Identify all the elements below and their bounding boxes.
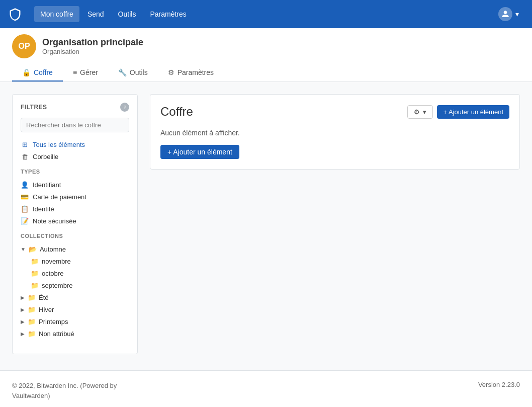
search-input[interactable] (21, 118, 129, 132)
org-avatar: OP (12, 34, 36, 58)
collection-novembre[interactable]: 📁 novembre (31, 255, 129, 267)
filter-trash[interactable]: 🗑 Corbeille (21, 150, 129, 162)
collection-septembre[interactable]: 📁 septembre (31, 279, 129, 291)
main-container: FILTRES ? ⊞ Tous les éléments 🗑 Corbeill… (0, 82, 532, 370)
gear-dropdown-button[interactable]: ⚙ ▾ (407, 105, 433, 119)
filter-all-items[interactable]: ⊞ Tous les éléments (21, 138, 129, 150)
filter-identifiant[interactable]: 👤 Identifiant (21, 179, 129, 191)
card-icon: 💳 (21, 193, 29, 201)
wrench-icon: 🔧 (118, 68, 127, 76)
gear-action-icon: ⚙ (414, 108, 420, 116)
user-avatar-icon (498, 7, 512, 21)
filter-all-section: ⊞ Tous les éléments 🗑 Corbeille (21, 138, 129, 162)
sidebar-header: FILTRES ? (21, 103, 129, 112)
nav-outils[interactable]: Outils (112, 6, 142, 22)
org-tabs: 🔒 Coffre ≡ Gérer 🔧 Outils ⚙ Paramètres (12, 64, 520, 82)
nav-links: Mon coffre Send Outils Paramètres (34, 6, 493, 22)
org-info: OP Organisation principale Organisation (12, 34, 520, 58)
collection-automne-children: 📁 novembre 📁 octobre 📁 septembre (21, 255, 129, 291)
gear-caret-icon: ▾ (423, 108, 426, 116)
filter-note-securisee[interactable]: 📝 Note sécurisée (21, 215, 129, 227)
chevron-right-icon-ete: ▶ (21, 295, 25, 300)
org-header: OP Organisation principale Organisation … (0, 28, 532, 82)
org-name: Organisation principale (42, 37, 143, 48)
filter-collections-section: ▼ 📂 Automne 📁 novembre 📁 octobre 📁 septe… (21, 243, 129, 340)
tab-coffre[interactable]: 🔒 Coffre (12, 64, 63, 82)
lock-icon: 🔒 (22, 68, 31, 76)
tab-outils[interactable]: 🔧 Outils (108, 64, 158, 82)
tab-gerer[interactable]: ≡ Gérer (63, 64, 108, 82)
navbar-right: ▾ (493, 4, 524, 24)
vault-title: Coffre (160, 105, 193, 119)
types-label: TYPES (21, 169, 129, 175)
org-details: Organisation principale Organisation (42, 37, 143, 55)
filter-carte-paiement[interactable]: 💳 Carte de paiement (21, 191, 129, 203)
login-icon: 👤 (21, 181, 29, 189)
folder-icon-ete: 📁 (28, 293, 36, 301)
folder-icon-octobre: 📁 (31, 269, 39, 277)
vault-actions: ⚙ ▾ + Ajouter un élément (407, 105, 509, 119)
add-element-button-main[interactable]: + Ajouter un élément (160, 145, 239, 159)
chevron-right-icon-hiver: ▶ (21, 307, 25, 312)
footer-copyright: © 2022, Bitwarden Inc. (Powered by (12, 381, 117, 391)
sliders-icon: ≡ (73, 68, 77, 76)
filter-identite[interactable]: 📋 Identité (21, 203, 129, 215)
add-element-button-top[interactable]: + Ajouter un élément (437, 105, 509, 119)
chevron-right-icon-printemps: ▶ (21, 319, 25, 324)
brand-logo (8, 7, 22, 21)
sidebar: FILTRES ? ⊞ Tous les éléments 🗑 Corbeill… (12, 94, 138, 354)
folder-icon-printemps: 📁 (28, 317, 36, 325)
user-caret-icon: ▾ (515, 10, 519, 18)
vault-header: Coffre ⚙ ▾ + Ajouter un élément (160, 105, 509, 119)
footer: © 2022, Bitwarden Inc. (Powered by Vault… (0, 370, 532, 407)
collection-automne[interactable]: ▼ 📂 Automne (21, 243, 129, 255)
chevron-right-icon-non-attribue: ▶ (21, 331, 25, 337)
folder-icon-novembre: 📁 (31, 257, 39, 265)
folder-icon-hiver: 📁 (28, 305, 36, 313)
grid-icon: ⊞ (21, 140, 29, 148)
folder-open-icon: 📂 (29, 245, 37, 253)
collection-non-attribue[interactable]: ▶ 📁 Non attribué (21, 328, 129, 340)
footer-left: © 2022, Bitwarden Inc. (Powered by Vault… (12, 381, 117, 400)
collections-label: COLLECTIONS (21, 233, 129, 239)
help-icon[interactable]: ? (120, 103, 129, 112)
folder-icon-non-attribue: 📁 (28, 330, 36, 338)
sidebar-filters-label: FILTRES (21, 104, 47, 111)
note-icon: 📝 (21, 217, 29, 225)
user-menu-button[interactable]: ▾ (493, 4, 524, 24)
footer-version: Version 2.23.0 (478, 381, 520, 388)
collection-printemps[interactable]: ▶ 📁 Printemps (21, 315, 129, 328)
nav-parametres[interactable]: Paramètres (144, 6, 192, 22)
id-icon: 📋 (21, 205, 29, 213)
empty-message: Aucun élément à afficher. (160, 129, 509, 137)
collection-octobre[interactable]: 📁 octobre (31, 267, 129, 279)
chevron-down-icon: ▼ (21, 247, 26, 252)
folder-icon-septembre: 📁 (31, 281, 39, 289)
navbar: Mon coffre Send Outils Paramètres ▾ (0, 0, 532, 28)
tab-parametres[interactable]: ⚙ Paramètres (158, 64, 224, 82)
trash-icon: 🗑 (21, 152, 29, 160)
filter-types-section: 👤 Identifiant 💳 Carte de paiement 📋 Iden… (21, 179, 129, 227)
collection-hiver[interactable]: ▶ 📁 Hiver (21, 303, 129, 315)
collection-ete[interactable]: ▶ 📁 Été (21, 291, 129, 303)
nav-mon-coffre[interactable]: Mon coffre (34, 6, 79, 22)
gear-tab-icon: ⚙ (168, 68, 174, 76)
vault-main: Coffre ⚙ ▾ + Ajouter un élément Aucun él… (150, 94, 520, 170)
org-type: Organisation (42, 48, 143, 55)
nav-send[interactable]: Send (81, 6, 110, 22)
footer-powered-by: Vaultwarden) (12, 391, 117, 401)
